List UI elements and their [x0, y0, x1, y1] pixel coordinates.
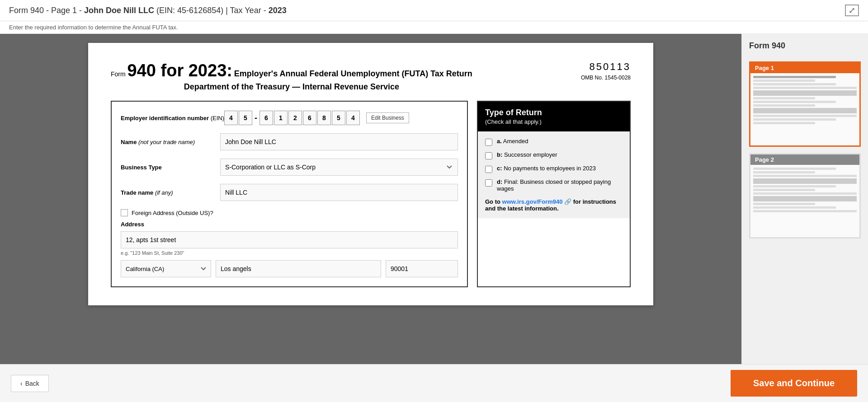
form-big-title: 940 for 2023:: [127, 61, 232, 80]
ein-dash: -: [255, 113, 257, 123]
irs-url-link[interactable]: www.irs.gov/Form940 🔗: [502, 198, 572, 205]
return-type-c-text: c: No payments to employees in 2023: [497, 165, 596, 172]
page1-content: [750, 73, 859, 145]
page-header: Form 940 - Page 1 - John Doe Nill LLC (E…: [0, 0, 868, 21]
foreign-address-row: Foreign Address (Outside US)?: [121, 209, 458, 216]
edit-business-button[interactable]: Edit Business: [366, 112, 409, 123]
city-input[interactable]: [216, 260, 381, 277]
form-subtitle: Enter the required information to determ…: [0, 21, 868, 34]
ein-digit-9: 4: [346, 111, 360, 125]
return-type-d-checkbox[interactable]: [485, 179, 492, 187]
return-type-a-checkbox[interactable]: [485, 139, 492, 146]
sidebar: Form 940 Page 1 Page 2: [741, 34, 868, 364]
form-body: Employer identification number (EIN) 4 5…: [111, 101, 631, 287]
return-type-a-text: a. Amended: [497, 138, 528, 145]
expand-icon[interactable]: ⤢: [845, 5, 859, 16]
page2-content: [750, 165, 859, 237]
business-type-label: Business Type: [121, 164, 220, 171]
page1-label: Page 1: [750, 63, 859, 73]
ein-digit-3: 6: [259, 111, 273, 125]
company-name: John Doe Nill LLC: [84, 6, 154, 15]
page2-label: Page 2: [750, 154, 859, 165]
ein-digit-4: 1: [274, 111, 288, 125]
type-of-return-body: a. Amended b: Successor employer c: No p…: [478, 131, 630, 218]
tax-year-label: Tax Year -: [230, 6, 266, 15]
sidebar-page1-thumb[interactable]: Page 1: [749, 61, 861, 147]
return-type-c-checkbox[interactable]: [485, 166, 492, 173]
form-barcode: 850113: [581, 61, 631, 73]
return-type-b-text: b: Successor employer: [497, 151, 557, 158]
ein-display: (EIN: 45-6126854): [156, 6, 223, 15]
zip-input[interactable]: [386, 260, 458, 277]
ein-digit-1: 4: [224, 111, 238, 125]
back-chevron-icon: ‹: [20, 380, 23, 387]
ein-row: Employer identification number (EIN) 4 5…: [121, 111, 458, 125]
form-title-sub: Employer's Annual Federal Unemployment (…: [234, 69, 472, 78]
form-header: Form 940 for 2023: Employer's Annual Fed…: [111, 61, 631, 92]
form-title-block: Form 940 for 2023: Employer's Annual Fed…: [111, 61, 472, 92]
type-of-return-header: Type of Return (Check all that apply.): [478, 102, 630, 131]
form-page: Form 940 for 2023: Employer's Annual Fed…: [88, 43, 653, 305]
save-continue-button[interactable]: Save and Continue: [731, 370, 857, 397]
type-of-return-title: Type of Return: [485, 108, 623, 117]
trade-name-row: Trade name (if any): [121, 184, 458, 201]
back-label: Back: [25, 380, 39, 387]
return-type-a: a. Amended: [485, 138, 623, 146]
form-omb: OMB No. 1545-0028: [581, 75, 631, 81]
name-input[interactable]: [220, 133, 458, 150]
form-right-panel: Type of Return (Check all that apply.) a…: [477, 101, 631, 287]
foreign-address-label: Foreign Address (Outside US)?: [132, 210, 213, 216]
form-area: Form 940 for 2023: Employer's Annual Fed…: [0, 34, 741, 364]
tax-year: 2023: [269, 6, 287, 15]
trade-name-input[interactable]: [220, 184, 458, 201]
ein-digit-2: 5: [239, 111, 252, 125]
return-type-d: d: Final: Business closed or stopped pay…: [485, 178, 623, 192]
sidebar-page2-thumb[interactable]: Page 2: [749, 153, 861, 238]
type-of-return-subtitle: (Check all that apply.): [485, 118, 623, 125]
ein-boxes: 4 5 - 6 1 2 6 8 5 4 Edit Business: [224, 111, 409, 125]
form-left-panel: Employer identification number (EIN) 4 5…: [111, 101, 468, 287]
business-type-select[interactable]: S-Corporation or LLC as S-Corp C-Corpora…: [220, 159, 458, 176]
ein-digit-8: 5: [332, 111, 345, 125]
name-label: Name (not your trade name): [121, 139, 220, 145]
main-layout: Form 940 for 2023: Employer's Annual Fed…: [0, 34, 868, 364]
form-label-prefix: Form 940 - Page 1 -: [9, 6, 84, 15]
name-row: Name (not your trade name): [121, 133, 458, 150]
form-dept-line: Department of the Treasury — Internal Re…: [111, 82, 472, 92]
trade-name-label: Trade name (if any): [121, 189, 220, 196]
separator: |: [226, 6, 228, 15]
return-type-b: b: Successor employer: [485, 151, 623, 159]
ein-digit-5: 2: [288, 111, 302, 125]
irs-link-block: Go to www.irs.gov/Form940 🔗 for instruct…: [485, 198, 623, 212]
foreign-address-checkbox[interactable]: [121, 209, 128, 216]
state-select[interactable]: California (CA) New York (NY) Texas (TX)…: [121, 260, 211, 277]
ein-digit-7: 8: [317, 111, 331, 125]
return-type-c: c: No payments to employees in 2023: [485, 165, 623, 173]
address-label: Address: [121, 221, 458, 228]
return-type-b-checkbox[interactable]: [485, 152, 492, 159]
header-title: Form 940 - Page 1 - John Doe Nill LLC (E…: [9, 6, 287, 15]
address-city-row: California (CA) New York (NY) Texas (TX)…: [121, 260, 458, 277]
back-button[interactable]: ‹ Back: [11, 375, 49, 392]
address-block: Address e.g. "123 Main St, Suite 230" Ca…: [121, 221, 458, 277]
sidebar-title: Form 940: [749, 41, 861, 55]
ein-label: Employer identification number (EIN): [121, 115, 224, 122]
business-type-row: Business Type S-Corporation or LLC as S-…: [121, 159, 458, 176]
form-title-prefix: Form: [111, 70, 126, 78]
ein-digit-6: 6: [303, 111, 316, 125]
address-hint: e.g. "123 Main St, Suite 230": [121, 250, 458, 256]
irs-link-prefix: Go to: [485, 198, 500, 205]
address-input[interactable]: [121, 231, 458, 248]
footer: ‹ Back Save and Continue: [0, 364, 868, 402]
return-type-d-text: d: Final: Business closed or stopped pay…: [497, 178, 623, 192]
form-barcode-block: 850113 OMB No. 1545-0028: [581, 61, 631, 81]
